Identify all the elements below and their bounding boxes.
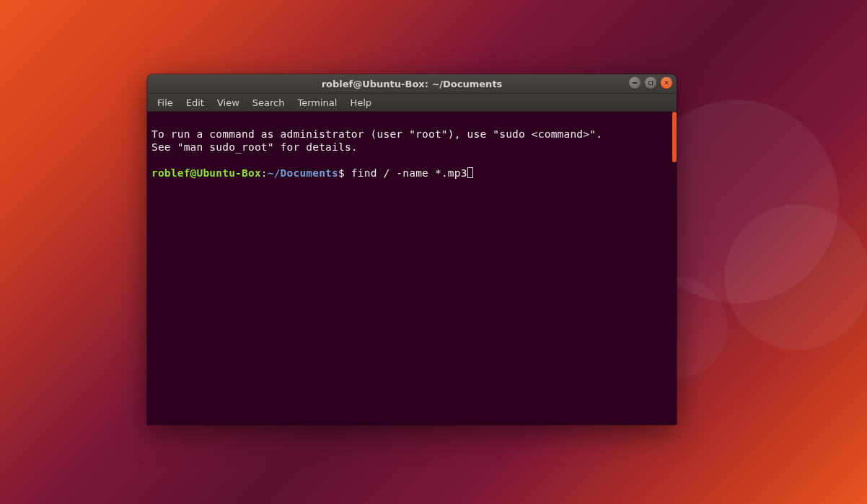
maximize-icon[interactable] <box>645 77 656 89</box>
text-cursor <box>467 167 473 178</box>
window-controls <box>629 77 672 89</box>
menu-file[interactable]: File <box>151 96 179 110</box>
prompt-line: roblef@Ubuntu-Box:~/Documents$ find / -n… <box>151 167 672 180</box>
desktop-wallpaper: roblef@Ubuntu-Box: ~/Documents File Edit… <box>0 0 867 504</box>
prompt-path: ~/Documents <box>268 167 338 179</box>
prompt-sigil: $ <box>338 167 345 179</box>
motd-line: See "man sudo_root" for details. <box>151 141 672 154</box>
terminal-window: roblef@Ubuntu-Box: ~/Documents File Edit… <box>147 74 677 425</box>
minimize-icon[interactable] <box>629 77 641 89</box>
typed-command: find / -name *.mp3 <box>351 167 467 179</box>
menu-help[interactable]: Help <box>344 96 377 110</box>
terminal-output[interactable]: To run a command as administrator (user … <box>147 112 677 425</box>
prompt-user-host: roblef@Ubuntu-Box <box>151 167 261 179</box>
menu-terminal[interactable]: Terminal <box>291 96 343 110</box>
menu-view[interactable]: View <box>211 96 245 110</box>
menubar: File Edit View Search Terminal Help <box>147 94 677 112</box>
window-titlebar[interactable]: roblef@Ubuntu-Box: ~/Documents <box>147 74 677 94</box>
prompt-separator: : <box>261 167 268 179</box>
close-icon[interactable] <box>661 77 672 89</box>
motd-line: To run a command as administrator (user … <box>151 128 672 141</box>
menu-search[interactable]: Search <box>247 96 291 110</box>
scrollbar-thumb[interactable] <box>672 112 677 162</box>
window-title: roblef@Ubuntu-Box: ~/Documents <box>322 79 503 89</box>
menu-edit[interactable]: Edit <box>180 96 210 110</box>
